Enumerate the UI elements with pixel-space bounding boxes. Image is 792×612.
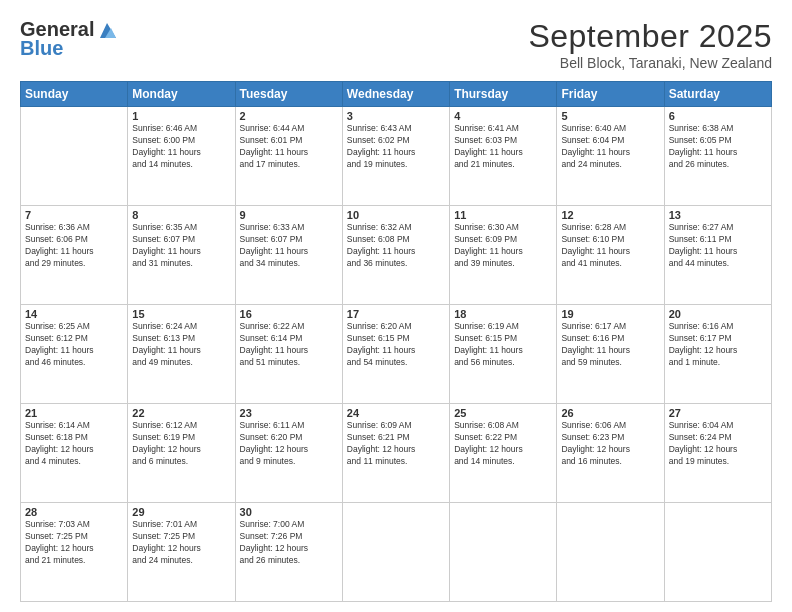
day-info: Sunrise: 6:22 AM Sunset: 6:14 PM Dayligh… (240, 321, 338, 369)
day-number: 5 (561, 110, 659, 122)
day-info: Sunrise: 6:20 AM Sunset: 6:15 PM Dayligh… (347, 321, 445, 369)
day-info: Sunrise: 6:33 AM Sunset: 6:07 PM Dayligh… (240, 222, 338, 270)
col-thursday: Thursday (450, 82, 557, 107)
day-number: 6 (669, 110, 767, 122)
table-row: 27Sunrise: 6:04 AM Sunset: 6:24 PM Dayli… (664, 404, 771, 503)
table-row (557, 503, 664, 602)
day-info: Sunrise: 6:28 AM Sunset: 6:10 PM Dayligh… (561, 222, 659, 270)
day-number: 14 (25, 308, 123, 320)
day-info: Sunrise: 6:04 AM Sunset: 6:24 PM Dayligh… (669, 420, 767, 468)
day-number: 13 (669, 209, 767, 221)
day-number: 30 (240, 506, 338, 518)
day-number: 11 (454, 209, 552, 221)
logo-icon (96, 20, 118, 40)
day-info: Sunrise: 6:32 AM Sunset: 6:08 PM Dayligh… (347, 222, 445, 270)
col-tuesday: Tuesday (235, 82, 342, 107)
day-info: Sunrise: 6:35 AM Sunset: 6:07 PM Dayligh… (132, 222, 230, 270)
table-row: 30Sunrise: 7:00 AM Sunset: 7:26 PM Dayli… (235, 503, 342, 602)
table-row: 24Sunrise: 6:09 AM Sunset: 6:21 PM Dayli… (342, 404, 449, 503)
logo-blue-text: Blue (20, 37, 63, 60)
calendar-header-row: Sunday Monday Tuesday Wednesday Thursday… (21, 82, 772, 107)
table-row: 7Sunrise: 6:36 AM Sunset: 6:06 PM Daylig… (21, 206, 128, 305)
table-row: 4Sunrise: 6:41 AM Sunset: 6:03 PM Daylig… (450, 107, 557, 206)
day-info: Sunrise: 6:16 AM Sunset: 6:17 PM Dayligh… (669, 321, 767, 369)
day-info: Sunrise: 6:25 AM Sunset: 6:12 PM Dayligh… (25, 321, 123, 369)
day-number: 28 (25, 506, 123, 518)
page: General Blue September 2025 Bell Block, … (0, 0, 792, 612)
table-row: 3Sunrise: 6:43 AM Sunset: 6:02 PM Daylig… (342, 107, 449, 206)
day-number: 25 (454, 407, 552, 419)
header: General Blue September 2025 Bell Block, … (20, 18, 772, 71)
day-info: Sunrise: 6:06 AM Sunset: 6:23 PM Dayligh… (561, 420, 659, 468)
day-number: 16 (240, 308, 338, 320)
day-number: 27 (669, 407, 767, 419)
table-row: 23Sunrise: 6:11 AM Sunset: 6:20 PM Dayli… (235, 404, 342, 503)
day-info: Sunrise: 6:24 AM Sunset: 6:13 PM Dayligh… (132, 321, 230, 369)
day-info: Sunrise: 7:00 AM Sunset: 7:26 PM Dayligh… (240, 519, 338, 567)
day-number: 2 (240, 110, 338, 122)
col-wednesday: Wednesday (342, 82, 449, 107)
table-row (342, 503, 449, 602)
day-info: Sunrise: 6:30 AM Sunset: 6:09 PM Dayligh… (454, 222, 552, 270)
calendar-week-row: 7Sunrise: 6:36 AM Sunset: 6:06 PM Daylig… (21, 206, 772, 305)
table-row: 20Sunrise: 6:16 AM Sunset: 6:17 PM Dayli… (664, 305, 771, 404)
table-row: 11Sunrise: 6:30 AM Sunset: 6:09 PM Dayli… (450, 206, 557, 305)
day-number: 19 (561, 308, 659, 320)
day-info: Sunrise: 6:40 AM Sunset: 6:04 PM Dayligh… (561, 123, 659, 171)
table-row (450, 503, 557, 602)
day-info: Sunrise: 6:17 AM Sunset: 6:16 PM Dayligh… (561, 321, 659, 369)
table-row: 9Sunrise: 6:33 AM Sunset: 6:07 PM Daylig… (235, 206, 342, 305)
table-row: 10Sunrise: 6:32 AM Sunset: 6:08 PM Dayli… (342, 206, 449, 305)
day-info: Sunrise: 6:19 AM Sunset: 6:15 PM Dayligh… (454, 321, 552, 369)
title-block: September 2025 Bell Block, Taranaki, New… (528, 18, 772, 71)
day-number: 21 (25, 407, 123, 419)
table-row: 29Sunrise: 7:01 AM Sunset: 7:25 PM Dayli… (128, 503, 235, 602)
day-info: Sunrise: 6:36 AM Sunset: 6:06 PM Dayligh… (25, 222, 123, 270)
table-row: 14Sunrise: 6:25 AM Sunset: 6:12 PM Dayli… (21, 305, 128, 404)
col-monday: Monday (128, 82, 235, 107)
table-row (21, 107, 128, 206)
day-number: 22 (132, 407, 230, 419)
day-info: Sunrise: 6:14 AM Sunset: 6:18 PM Dayligh… (25, 420, 123, 468)
calendar-week-row: 21Sunrise: 6:14 AM Sunset: 6:18 PM Dayli… (21, 404, 772, 503)
table-row: 17Sunrise: 6:20 AM Sunset: 6:15 PM Dayli… (342, 305, 449, 404)
calendar-week-row: 1Sunrise: 6:46 AM Sunset: 6:00 PM Daylig… (21, 107, 772, 206)
subtitle: Bell Block, Taranaki, New Zealand (528, 55, 772, 71)
day-info: Sunrise: 6:43 AM Sunset: 6:02 PM Dayligh… (347, 123, 445, 171)
calendar-week-row: 14Sunrise: 6:25 AM Sunset: 6:12 PM Dayli… (21, 305, 772, 404)
day-number: 23 (240, 407, 338, 419)
month-title: September 2025 (528, 18, 772, 55)
logo: General Blue (20, 18, 118, 60)
table-row: 26Sunrise: 6:06 AM Sunset: 6:23 PM Dayli… (557, 404, 664, 503)
day-number: 1 (132, 110, 230, 122)
day-info: Sunrise: 7:03 AM Sunset: 7:25 PM Dayligh… (25, 519, 123, 567)
table-row: 22Sunrise: 6:12 AM Sunset: 6:19 PM Dayli… (128, 404, 235, 503)
day-number: 4 (454, 110, 552, 122)
table-row: 5Sunrise: 6:40 AM Sunset: 6:04 PM Daylig… (557, 107, 664, 206)
table-row: 19Sunrise: 6:17 AM Sunset: 6:16 PM Dayli… (557, 305, 664, 404)
col-sunday: Sunday (21, 82, 128, 107)
day-info: Sunrise: 6:41 AM Sunset: 6:03 PM Dayligh… (454, 123, 552, 171)
day-number: 24 (347, 407, 445, 419)
calendar-week-row: 28Sunrise: 7:03 AM Sunset: 7:25 PM Dayli… (21, 503, 772, 602)
table-row: 25Sunrise: 6:08 AM Sunset: 6:22 PM Dayli… (450, 404, 557, 503)
day-info: Sunrise: 6:27 AM Sunset: 6:11 PM Dayligh… (669, 222, 767, 270)
day-number: 10 (347, 209, 445, 221)
table-row: 18Sunrise: 6:19 AM Sunset: 6:15 PM Dayli… (450, 305, 557, 404)
day-info: Sunrise: 6:46 AM Sunset: 6:00 PM Dayligh… (132, 123, 230, 171)
table-row (664, 503, 771, 602)
calendar: Sunday Monday Tuesday Wednesday Thursday… (20, 81, 772, 602)
day-info: Sunrise: 6:08 AM Sunset: 6:22 PM Dayligh… (454, 420, 552, 468)
table-row: 1Sunrise: 6:46 AM Sunset: 6:00 PM Daylig… (128, 107, 235, 206)
table-row: 2Sunrise: 6:44 AM Sunset: 6:01 PM Daylig… (235, 107, 342, 206)
day-number: 29 (132, 506, 230, 518)
day-number: 20 (669, 308, 767, 320)
table-row: 15Sunrise: 6:24 AM Sunset: 6:13 PM Dayli… (128, 305, 235, 404)
day-number: 15 (132, 308, 230, 320)
table-row: 21Sunrise: 6:14 AM Sunset: 6:18 PM Dayli… (21, 404, 128, 503)
table-row: 8Sunrise: 6:35 AM Sunset: 6:07 PM Daylig… (128, 206, 235, 305)
day-info: Sunrise: 6:38 AM Sunset: 6:05 PM Dayligh… (669, 123, 767, 171)
day-number: 8 (132, 209, 230, 221)
day-number: 9 (240, 209, 338, 221)
col-saturday: Saturday (664, 82, 771, 107)
